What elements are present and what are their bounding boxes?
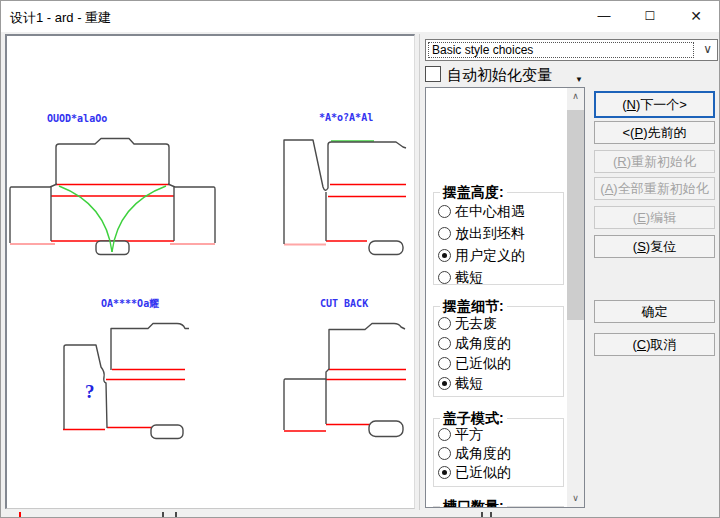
preview-label-3: OA****Oa耀	[101, 298, 159, 309]
clipped-preview-mark	[19, 512, 21, 517]
radio-option[interactable]: 截短	[438, 374, 483, 392]
next-button[interactable]: (N)下一个>	[594, 91, 715, 118]
minimize-button[interactable]: —	[581, 1, 627, 31]
style-preview-canvas[interactable]: OUOD*alaOo *A*o?A*Al OA****Oa耀	[5, 34, 415, 509]
group-slot-count: 槽口数量: 1个槽口 2个槽口 3个槽口 4个槽口	[433, 506, 564, 508]
radio-option[interactable]: 已近似的	[438, 463, 511, 481]
clipped-preview-mark	[175, 512, 177, 517]
clipped-preview-mark	[481, 512, 483, 517]
minimize-icon: —	[598, 8, 611, 23]
auto-init-checkbox[interactable]	[425, 66, 441, 82]
reinitialize-all-button[interactable]: (A)全部重新初始化	[594, 177, 715, 200]
group-flap-height: 摆盖高度: 在中心相遇 放出到坯料 用户定义的 截短	[433, 192, 564, 285]
radio-icon[interactable]	[438, 357, 451, 370]
clipped-preview-mark	[490, 512, 492, 517]
chevron-down-icon: ∨	[703, 42, 712, 56]
cancel-button[interactable]: (C)取消	[594, 333, 715, 356]
window-title: 设计1 - ard - 重建	[10, 9, 111, 27]
rebuild-dialog-window: 设计1 - ard - 重建 — ☐ ✕ OUOD*alaOo	[0, 0, 720, 518]
radio-icon[interactable]	[438, 377, 451, 390]
reset-button[interactable]: (S)复位	[594, 235, 715, 258]
maximize-button[interactable]: ☐	[627, 1, 673, 31]
group-legend: 槽口数量:	[440, 498, 507, 508]
radio-icon[interactable]	[438, 428, 451, 441]
previous-button[interactable]: <(P)先前的	[594, 121, 715, 144]
radio-icon[interactable]	[438, 447, 451, 460]
group-flap-detail: 摆盖细节: 无去废 成角度的 已近似的 截短	[433, 306, 564, 397]
carton-preview-drawing: OUOD*alaOo *A*o?A*Al OA****Oa耀	[7, 36, 413, 507]
scroll-up-icon[interactable]: ∧	[567, 88, 584, 105]
radio-icon[interactable]	[438, 227, 451, 240]
clipped-preview-mark	[162, 512, 164, 517]
radio-option[interactable]: 在中心相遇	[438, 202, 525, 220]
radio-icon[interactable]	[438, 317, 451, 330]
radio-icon[interactable]	[438, 205, 451, 218]
radio-option[interactable]: 无去废	[438, 314, 497, 332]
preview-label-4: CUT BACK	[320, 298, 368, 309]
dropdown-selected-value: Basic style choices	[432, 43, 533, 57]
radio-option[interactable]: 截短	[438, 268, 483, 286]
list-scrollbar[interactable]: ∧ ∨	[567, 88, 584, 507]
edit-button[interactable]: (E)编辑	[594, 206, 715, 229]
panel-divider	[419, 34, 420, 510]
scrollbar-thumb[interactable]	[567, 110, 584, 320]
radio-option[interactable]: 成角度的	[438, 334, 511, 352]
close-button[interactable]: ✕	[673, 1, 719, 31]
radio-option[interactable]: 成角度的	[438, 444, 511, 462]
radio-icon[interactable]	[438, 337, 451, 350]
radio-icon[interactable]	[438, 271, 451, 284]
group-lid-mode: 盖子模式: 平方 成角度的 已近似的	[433, 418, 564, 487]
ok-button[interactable]: 确定	[594, 300, 715, 323]
auto-init-checkbox-label: 自动初始化变量	[447, 66, 552, 85]
sort-marker-icon: ▼	[575, 75, 583, 84]
title-bar[interactable]: 设计1 - ard - 重建 — ☐ ✕	[1, 1, 719, 32]
preview-label-2: *A*o?A*Al	[319, 112, 373, 123]
group-legend: 摆盖高度:	[440, 184, 507, 202]
variable-groups-list[interactable]: 摆盖高度: 在中心相遇 放出到坯料 用户定义的 截短 摆盖细节: 无去废 成角度…	[425, 87, 585, 508]
radio-icon[interactable]	[438, 249, 451, 262]
maximize-icon: ☐	[645, 9, 656, 23]
radio-option[interactable]: 已近似的	[438, 354, 511, 372]
style-choices-dropdown[interactable]: Basic style choices ∨	[425, 39, 718, 61]
preview-label-1: OUOD*alaOo	[47, 113, 107, 124]
radio-icon[interactable]	[438, 466, 451, 479]
radio-option[interactable]: 放出到坯料	[438, 224, 525, 242]
scroll-down-icon[interactable]: ∨	[567, 490, 584, 507]
reinitialize-button[interactable]: (R)重新初始化	[594, 150, 715, 173]
radio-option[interactable]: 平方	[438, 425, 483, 443]
question-mark-annotation: ?	[85, 381, 95, 402]
close-icon: ✕	[690, 8, 702, 24]
radio-option[interactable]: 用户定义的	[438, 246, 525, 264]
